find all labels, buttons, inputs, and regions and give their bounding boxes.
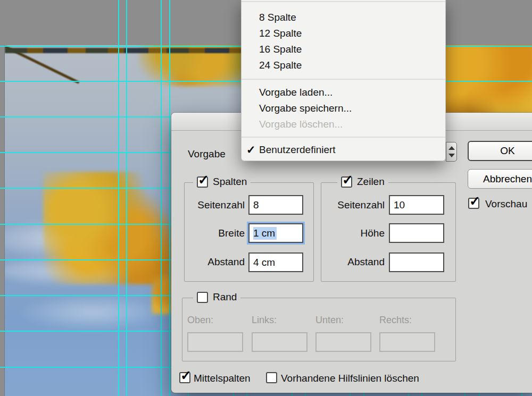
menu-item-16-columns[interactable]: 16 Spalte xyxy=(242,41,445,57)
chevron-down-icon xyxy=(448,154,455,157)
menu-separator xyxy=(242,1,445,2)
chevron-up-icon xyxy=(448,146,455,150)
center-columns-label: Mittelspalten xyxy=(194,373,251,384)
columns-checkbox[interactable]: ✓ xyxy=(197,176,208,188)
check-icon: ✓ xyxy=(342,173,353,187)
margin-bottom-label: Unten: xyxy=(315,315,344,326)
center-columns-checkbox[interactable]: ✓ xyxy=(179,372,190,383)
rows-height-input[interactable] xyxy=(389,223,444,243)
margin-group-title: Rand xyxy=(213,291,237,303)
rows-checkbox[interactable]: ✓ xyxy=(341,176,352,188)
check-icon: ✓ xyxy=(180,369,192,382)
check-icon: ✓ xyxy=(198,173,209,187)
columns-group-title: Spalten xyxy=(213,176,247,188)
menu-item-save-preset[interactable]: Vorgabe speichern... xyxy=(242,100,445,116)
rows-group-title: Zeilen xyxy=(357,176,385,188)
margin-top-input[interactable] xyxy=(187,332,243,352)
margin-right-label: Rechts: xyxy=(379,315,412,326)
menu-separator xyxy=(242,137,445,138)
menu-item-custom[interactable]: ✓ Benutzerdefiniert xyxy=(242,142,445,158)
preview-checkbox[interactable]: ✓ xyxy=(468,198,479,209)
menu-item-load-preset[interactable]: Vorgabe laden... xyxy=(242,85,445,100)
margin-checkbox[interactable] xyxy=(197,292,208,303)
menu-item-8-columns[interactable]: 8 Spalte xyxy=(242,10,445,26)
cancel-button-label: Abbrechen xyxy=(483,173,532,185)
menu-item-12-columns[interactable]: 12 Spalte xyxy=(242,26,445,41)
selected-text: 1 cm xyxy=(253,227,277,240)
preview-label: Vorschau xyxy=(485,198,527,210)
check-icon: ✓ xyxy=(469,195,480,208)
rows-count-label: Seitenzahl xyxy=(318,199,385,211)
preset-dropdown-stepper[interactable] xyxy=(446,142,457,162)
margin-group: Rand xyxy=(182,298,456,361)
autumn-leaves-mid-left xyxy=(43,172,177,284)
menu-separator xyxy=(242,79,445,80)
preset-dropdown-menu: 8 Spalte 12 Spalte 16 Spalte 24 Spalte V… xyxy=(241,0,446,161)
menu-item-24-columns[interactable]: 24 Spalte xyxy=(242,57,445,73)
rows-height-label: Höhe xyxy=(318,228,385,239)
columns-count-label: Seitenzahl xyxy=(174,199,245,211)
columns-count-input[interactable] xyxy=(248,195,303,215)
check-icon: ✓ xyxy=(246,142,256,158)
columns-width-label: Breite xyxy=(174,228,245,239)
cloud xyxy=(15,294,170,331)
margin-right-input[interactable] xyxy=(379,332,435,352)
ok-button[interactable]: OK xyxy=(468,141,532,161)
rows-gutter-label: Abstand xyxy=(318,256,385,268)
columns-width-input[interactable]: 1 cm xyxy=(248,223,303,243)
margin-left-input[interactable] xyxy=(252,332,307,352)
columns-gutter-input[interactable] xyxy=(248,252,303,272)
clear-guides-checkbox[interactable] xyxy=(266,372,277,383)
margin-left-label: Links: xyxy=(252,315,277,326)
cancel-button[interactable]: Abbrechen xyxy=(468,169,532,189)
rows-count-input[interactable] xyxy=(389,195,444,215)
rows-gutter-input[interactable] xyxy=(389,252,444,272)
ok-button-label: OK xyxy=(500,145,514,157)
menu-item-custom-label: Benutzerdefiniert xyxy=(259,144,336,155)
columns-gutter-label: Abstand xyxy=(174,256,245,268)
clear-guides-label: Vorhandene Hilfslinien löschen xyxy=(281,373,419,384)
preset-label: Vorgabe xyxy=(188,148,226,160)
menu-item-delete-preset: Vorgabe löschen... xyxy=(242,116,445,132)
margin-top-label: Oben: xyxy=(187,315,213,326)
margin-bottom-input[interactable] xyxy=(315,332,371,352)
